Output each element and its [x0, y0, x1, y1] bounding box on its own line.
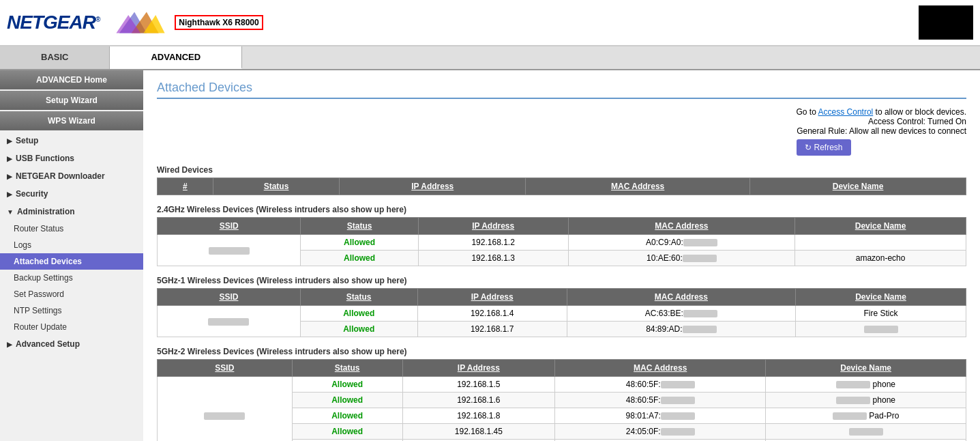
cell-status: Allowed	[292, 424, 402, 440]
sidebar-group-administration-arrow: ▼	[7, 208, 14, 216]
sidebar-group-security: ▶ Security	[0, 185, 143, 203]
refresh-icon: ↻	[805, 143, 812, 152]
wifi5-2-section-title: 5GHz-2 Wireless Devices (Wireless intrud…	[157, 347, 966, 356]
sidebar-btn-setup-wizard[interactable]: Setup Wizard	[0, 91, 143, 110]
sidebar-group-administration-header[interactable]: ▼ Administration	[0, 203, 143, 220]
cell-status: Allowed	[301, 251, 418, 266]
cell-device-name	[766, 424, 966, 440]
cell-ip: 192.168.1.3	[418, 251, 568, 266]
cell-mac: 24:05:0F:	[555, 424, 766, 440]
cell-ssid	[158, 377, 293, 442]
info-bar: Go to Access Control to allow or block d…	[157, 107, 966, 156]
cell-mac: A0:C9:A0:	[568, 235, 795, 251]
sidebar-group-advanced-setup-label: Advanced Setup	[16, 339, 80, 349]
cell-ip: 192.168.1.4	[417, 306, 567, 322]
sidebar-item-ntp-settings[interactable]: NTP Settings	[0, 302, 143, 319]
access-control-desc: to allow or block devices.	[876, 107, 966, 117]
tab-bar: BASIC ADVANCED	[0, 46, 980, 70]
wired-col-mac: MAC Address	[526, 178, 750, 195]
sidebar-btn-wps-wizard[interactable]: WPS Wizard	[0, 111, 143, 130]
page-title: Attached Devices	[157, 81, 966, 99]
wifi24-section-title: 2.4GHz Wireless Devices (Wireless intrud…	[157, 205, 966, 214]
access-control-status2: General Rule: Allow all new devices to c…	[797, 126, 966, 136]
wifi24-devices-table: SSID Status IP Address MAC Address Devic…	[157, 217, 966, 266]
access-control-line: Go to Access Control to allow or block d…	[797, 107, 966, 117]
model-label: Nighthawk X6 R8000	[175, 15, 263, 30]
cell-mac: 98:01:A7:	[555, 408, 766, 424]
sidebar-group-usb: ▶ USB Functions	[0, 150, 143, 167]
cell-mac: AC:63:BE:	[567, 306, 795, 322]
wired-col-ip: IP Address	[340, 178, 526, 195]
sidebar-item-router-update[interactable]: Router Update	[0, 319, 143, 335]
wifi24-col-status: Status	[301, 218, 418, 235]
sidebar-item-backup-settings[interactable]: Backup Settings	[0, 270, 143, 286]
cell-device-name	[796, 322, 966, 337]
sidebar-item-router-status[interactable]: Router Status	[0, 220, 143, 237]
layout: ADVANCED Home Setup Wizard WPS Wizard ▶ …	[0, 70, 980, 441]
wifi5-1-col-name: Device Name	[796, 289, 966, 306]
wifi5-1-devices-table: SSID Status IP Address MAC Address Devic…	[157, 288, 966, 337]
cell-ip: 192.168.1.2	[418, 235, 568, 251]
refresh-button[interactable]: ↻ Refresh	[797, 139, 851, 156]
cell-status: Allowed	[292, 408, 402, 424]
cell-mac: 48:60:5F:	[555, 393, 766, 408]
wifi5-1-section-title: 5GHz-1 Wireless Devices (Wireless intrud…	[157, 276, 966, 285]
sidebar-item-logs[interactable]: Logs	[0, 237, 143, 253]
header: NETGEAR® Nighthawk X6 R8000	[0, 0, 980, 46]
black-box	[919, 5, 973, 40]
access-control-link[interactable]: Access Control	[818, 107, 874, 117]
wifi5-1-col-status: Status	[300, 289, 417, 306]
sidebar-group-advanced-setup-arrow: ▶	[7, 341, 12, 348]
sidebar-group-downloader-header[interactable]: ▶ NETGEAR Downloader	[0, 167, 143, 185]
sidebar-group-setup-header[interactable]: ▶ Setup	[0, 132, 143, 150]
wifi5-2-col-status: Status	[292, 360, 402, 377]
sidebar-group-usb-arrow: ▶	[7, 155, 12, 162]
sidebar-group-security-header[interactable]: ▶ Security	[0, 185, 143, 203]
cell-status: Allowed	[300, 322, 417, 337]
sidebar-group-usb-header[interactable]: ▶ USB Functions	[0, 150, 143, 167]
tab-basic[interactable]: BASIC	[0, 46, 110, 69]
netgear-logo: NETGEAR®	[7, 12, 100, 33]
access-control-status1: Access Control: Turned On	[797, 117, 966, 126]
sidebar: ADVANCED Home Setup Wizard WPS Wizard ▶ …	[0, 70, 143, 441]
cell-mac: 84:89:AD:	[567, 322, 795, 337]
wifi5-2-col-ssid: SSID	[158, 360, 293, 377]
sidebar-group-advanced-setup: ▶ Advanced Setup	[0, 335, 143, 353]
wired-devices-table: # Status IP Address MAC Address Device N…	[157, 177, 966, 195]
sidebar-group-advanced-setup-header[interactable]: ▶ Advanced Setup	[0, 335, 143, 353]
logo-graphic	[113, 9, 168, 36]
wifi5-2-col-mac: MAC Address	[555, 360, 766, 377]
sidebar-group-setup-label: Setup	[16, 136, 38, 145]
info-bar-right: Go to Access Control to allow or block d…	[797, 107, 966, 156]
tab-advanced[interactable]: ADVANCED	[110, 46, 242, 69]
sidebar-group-setup: ▶ Setup	[0, 132, 143, 150]
wifi5-2-col-ip: IP Address	[402, 360, 555, 377]
cell-device-name: Fire Stick	[796, 306, 966, 322]
cell-ssid	[158, 235, 301, 266]
sidebar-group-administration-label: Administration	[17, 207, 75, 216]
wifi24-col-name: Device Name	[795, 218, 966, 235]
refresh-label: Refresh	[814, 143, 843, 152]
table-row: Allowed192.168.1.2A0:C9:A0:	[158, 235, 966, 251]
cell-ip: 192.168.1.5	[402, 377, 555, 393]
wired-col-status: Status	[213, 178, 339, 195]
cell-status: Allowed	[292, 393, 402, 408]
cell-ip: 192.168.1.7	[417, 322, 567, 337]
sidebar-group-administration: ▼ Administration Router Status Logs Atta…	[0, 203, 143, 335]
cell-ip: 192.168.1.8	[402, 408, 555, 424]
cell-ip: 192.168.1.6	[402, 393, 555, 408]
cell-mac: 48:60:5F:	[555, 377, 766, 393]
cell-status: Allowed	[292, 377, 402, 393]
sidebar-btn-advanced-home[interactable]: ADVANCED Home	[0, 70, 143, 89]
wifi5-1-col-ssid: SSID	[158, 289, 301, 306]
wifi24-col-ssid: SSID	[158, 218, 301, 235]
wired-col-num: #	[158, 178, 213, 195]
cell-status: Allowed	[300, 306, 417, 322]
cell-ip: 192.168.1.45	[402, 424, 555, 440]
cell-ssid	[158, 306, 301, 337]
sidebar-item-set-password[interactable]: Set Password	[0, 286, 143, 302]
cell-device-name	[795, 235, 966, 251]
sidebar-item-attached-devices[interactable]: Attached Devices	[0, 253, 143, 270]
main-content: Attached Devices Go to Access Control to…	[143, 70, 980, 441]
wired-section-title: Wired Devices	[157, 165, 966, 175]
